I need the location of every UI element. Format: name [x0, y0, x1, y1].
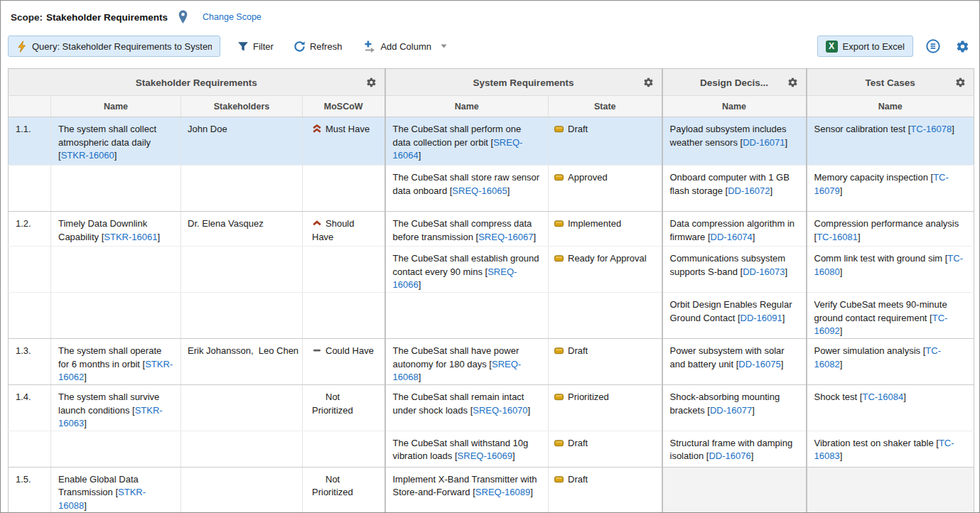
change-scope-link[interactable]: Change Scope: [203, 12, 262, 22]
column-group-header: Stakeholder Requirements: [9, 69, 385, 96]
column-header: Name: [51, 96, 181, 117]
column-header: Name: [385, 96, 549, 117]
moscow-cell: [303, 293, 385, 339]
row-number-column-header: [9, 96, 51, 117]
stakeholders-cell: Dr. Elena Vasquez: [181, 212, 303, 247]
artifact-link[interactable]: DD-16091: [741, 313, 782, 323]
table-row[interactable]: The CubeSat shall establish ground conta…: [9, 247, 974, 293]
filter-label: Filter: [253, 41, 274, 52]
table-container: Stakeholder RequirementsSystem Requireme…: [8, 68, 972, 513]
column-header: Name: [807, 96, 974, 117]
moscow-cell: Should Have: [303, 212, 385, 247]
artifact-text: Vibration test on shaker table: [814, 438, 937, 448]
state-cell: Implemented: [549, 212, 662, 247]
artifact-link[interactable]: SREQ-16070: [473, 405, 527, 416]
table-row[interactable]: 1.3.The system shall operate for 6 month…: [9, 339, 974, 385]
table-row[interactable]: 1.4.The system shall survive launch cond…: [9, 385, 974, 431]
artifact-link[interactable]: SREQ-16089: [475, 487, 530, 497]
table-row[interactable]: The CubeSat shall withstand 10g vibratio…: [9, 431, 974, 467]
stakeholder-requirement-name-cell: The system shall operate for 6 months in…: [51, 339, 181, 385]
design-decision-name-cell: Structural frame with damping isolation …: [662, 431, 807, 467]
artifact-text: Shock test: [814, 392, 860, 402]
stakeholders-cell: [181, 385, 303, 431]
refresh-button[interactable]: Refresh: [294, 40, 343, 53]
app-window: Scope: Stakeholder Requirements Change S…: [0, 0, 980, 513]
artifact-link[interactable]: DD-16071: [743, 137, 785, 148]
column-settings-gear-icon[interactable]: [366, 77, 377, 87]
artifact-text: The CubeSat shall establish ground conta…: [393, 253, 539, 277]
export-to-excel-button[interactable]: X Export to Excel: [817, 36, 913, 57]
moscow-cell: Could Have: [303, 339, 385, 385]
state-icon: [554, 174, 564, 181]
column-settings-gear-icon[interactable]: [643, 77, 654, 87]
add-column-icon: [363, 40, 376, 53]
moscow-must-have-icon: [312, 124, 322, 134]
state-icon: [554, 255, 564, 262]
artifact-link[interactable]: DD-16074: [711, 232, 753, 242]
stakeholders-cell: [181, 467, 303, 513]
query-button-label: Query: Stakeholder Requirements to Syste…: [32, 41, 212, 52]
state-cell: Prioritized: [549, 385, 662, 431]
moscow-could-have-icon: [312, 345, 322, 355]
artifact-link[interactable]: DD-16076: [709, 450, 750, 461]
column-header: State: [549, 96, 662, 117]
design-decision-name-cell: Orbit Design Enables Regular Ground Cont…: [662, 293, 807, 339]
refresh-icon: [294, 40, 306, 53]
artifact-link[interactable]: DD-16073: [743, 266, 785, 277]
query-button[interactable]: Query: Stakeholder Requirements to Syste…: [8, 36, 220, 57]
table-row[interactable]: Orbit Design Enables Regular Ground Cont…: [9, 293, 974, 339]
state-label: Implemented: [568, 218, 621, 229]
column-group-title: Design Decis...: [700, 77, 768, 88]
column-header: Stakeholders: [181, 96, 303, 117]
state-cell: Draft: [549, 467, 662, 513]
column-header: MoSCoW: [303, 96, 385, 117]
column-settings-gear-icon[interactable]: [955, 77, 966, 87]
artifact-link[interactable]: SREQ-16065: [452, 185, 507, 196]
state-label: Draft: [568, 474, 588, 485]
map-pin-icon: [178, 10, 188, 24]
traceability-table: Stakeholder RequirementsSystem Requireme…: [8, 68, 974, 513]
column-group-title: Test Cases: [866, 77, 915, 88]
stakeholder-requirement-name-cell: Timely Data Downlink Capability [STKR-16…: [51, 212, 181, 247]
filter-button[interactable]: Filter: [237, 40, 274, 52]
export-label: Export to Excel: [843, 41, 905, 52]
moscow-cell: [303, 431, 385, 467]
view-options-icon[interactable]: [925, 38, 941, 54]
moscow-should-have-icon: [312, 218, 322, 228]
table-row[interactable]: 1.1.The system shall collect atmospheric…: [9, 117, 974, 166]
artifact-link[interactable]: STKR-16060: [61, 150, 114, 161]
scope-name: Stakeholder Requirements: [46, 12, 168, 23]
artifact-link[interactable]: DD-16075: [738, 359, 780, 369]
moscow-label: Not Prioritized: [312, 392, 353, 416]
column-header: Name: [662, 96, 807, 117]
state-cell: Draft: [549, 117, 662, 166]
settings-gear-icon[interactable]: [956, 40, 969, 53]
artifact-link[interactable]: SREQ-16067: [478, 232, 533, 242]
stakeholder-requirement-name-cell: [51, 431, 181, 467]
moscow-cell: Not Prioritized: [303, 467, 385, 513]
lightning-bolt-icon: [16, 40, 27, 53]
moscow-cell: Must Have: [303, 117, 385, 166]
column-settings-gear-icon[interactable]: [787, 77, 798, 87]
artifact-link[interactable]: STKR-16061: [104, 232, 157, 242]
artifact-link[interactable]: SREQ-16069: [458, 450, 512, 461]
artifact-link[interactable]: TC-16078: [910, 124, 952, 134]
design-decision-name-cell: Payload subsystem includes weather senso…: [662, 117, 807, 166]
table-row[interactable]: The CubeSat shall store raw sensor data …: [9, 166, 974, 212]
artifact-text: Memory capacity inspection: [814, 172, 931, 183]
design-decision-name-cell: [662, 467, 807, 513]
scope-bar: Scope: Stakeholder Requirements Change S…: [11, 9, 979, 26]
stakeholder-requirement-name-cell: Enable Global Data Transmission [STKR-16…: [51, 467, 181, 513]
artifact-link[interactable]: DD-16072: [728, 185, 770, 196]
row-number-cell: [9, 247, 51, 293]
test-case-name-cell: Vibration test on shaker table [TC-16083…: [807, 431, 974, 467]
row-number-cell: 1.5.: [9, 467, 51, 513]
stakeholder-requirement-name-cell: The system shall survive launch conditio…: [51, 385, 181, 431]
state-icon: [554, 220, 564, 227]
artifact-link[interactable]: TC-16084: [862, 392, 903, 402]
artifact-link[interactable]: DD-16077: [710, 405, 752, 416]
add-column-button[interactable]: Add Column: [363, 40, 447, 53]
table-row[interactable]: 1.2.Timely Data Downlink Capability [STK…: [9, 212, 974, 247]
artifact-link[interactable]: TC-16081: [817, 232, 858, 242]
table-row[interactable]: 1.5.Enable Global Data Transmission [STK…: [9, 467, 974, 513]
